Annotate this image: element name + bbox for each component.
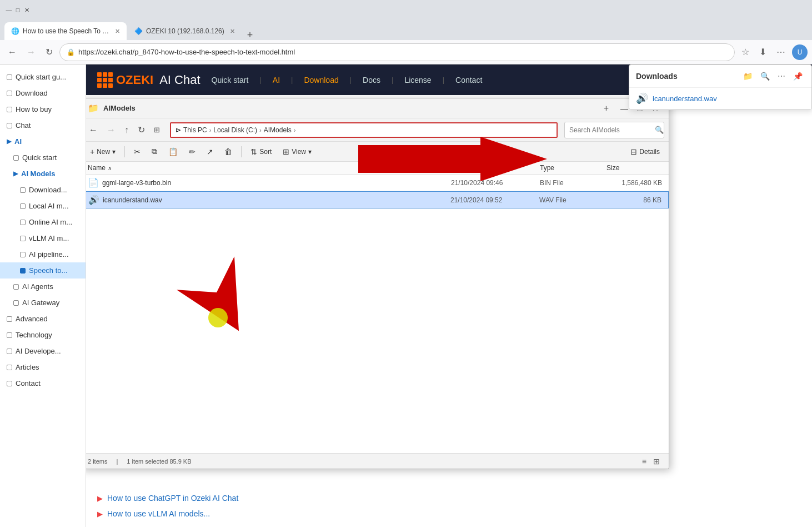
col-type[interactable]: Type <box>540 164 607 172</box>
fe-address-breadcrumb[interactable]: ⊳ This PC › Local Disk (C:) › AIModels › <box>170 122 558 138</box>
fe-up-btn[interactable]: ↑ <box>121 123 132 137</box>
tab-1-close[interactable]: ✕ <box>115 28 120 35</box>
sidebar-item-vllm-ai[interactable]: vLLM AI m... <box>0 230 86 246</box>
downloads-title: Downloads <box>636 72 741 81</box>
fe-title-text: AIModels <box>103 104 595 112</box>
bottom-link-2[interactable]: ▶ How to use vLLM AI models... <box>97 506 801 521</box>
fe-search-icon: 🔍 <box>655 126 664 134</box>
bookmark-button[interactable]: ☆ <box>738 44 753 59</box>
tab-2[interactable]: 🔷 OZEKI 10 (192.168.0.126) ✕ <box>128 22 242 40</box>
fe-folder-view-btn[interactable]: ⊞ <box>151 123 163 136</box>
col-name[interactable]: Name ∧ <box>88 164 451 172</box>
nav-license[interactable]: License <box>404 76 431 84</box>
fe-more-button[interactable]: ⋯ <box>463 146 479 158</box>
fe-refresh-btn[interactable]: ↻ <box>134 122 148 137</box>
bullet-icon <box>13 155 19 161</box>
fe-sort-button[interactable]: ⇅ Sort <box>246 145 276 158</box>
sidebar-item-download[interactable]: Download <box>0 85 86 101</box>
sidebar-item-ai-agents[interactable]: AI Agents <box>0 279 86 295</box>
logo-grid <box>97 72 113 88</box>
fe-list-view-btn[interactable]: ≡ <box>640 456 649 467</box>
fe-action-bar: + New ▾ ✂ ⧉ 📋 ✏ <box>86 142 669 162</box>
col-size[interactable]: Size <box>607 164 662 172</box>
sidebar-item-articles[interactable]: Articles <box>0 359 86 375</box>
nav-contact[interactable]: Contact <box>455 76 482 84</box>
more-button[interactable]: ⋯ <box>773 44 789 59</box>
sidebar-item-contact[interactable]: Contact <box>0 375 86 391</box>
fe-empty-space <box>86 208 669 453</box>
fe-forward-btn[interactable]: → <box>103 123 119 137</box>
sidebar-item-ai-developer[interactable]: AI Develope... <box>0 343 86 359</box>
window-maximize[interactable]: □ <box>13 6 22 14</box>
nav-ai[interactable]: AI <box>273 76 280 84</box>
window-minimize[interactable]: — <box>4 6 13 14</box>
window-close[interactable]: ✕ <box>22 6 31 14</box>
sidebar-label: Download <box>16 89 48 97</box>
refresh-button[interactable]: ↻ <box>42 44 56 59</box>
bullet-icon <box>20 220 26 225</box>
nav-docs[interactable]: Docs <box>363 76 380 84</box>
sidebar-item-chat[interactable]: Chat <box>0 117 86 133</box>
fe-details-button[interactable]: ⊟ Details <box>626 145 664 158</box>
forward-button[interactable]: → <box>23 45 39 59</box>
bottom-link-1[interactable]: ▶ How to use ChatGPT in Ozeki AI Chat <box>97 490 801 506</box>
fe-copy-button[interactable]: ⧉ <box>147 145 162 158</box>
fe-selected-info: 1 item selected 85.9 KB <box>127 458 191 465</box>
sidebar-item-ai-models[interactable]: ▶ AI Models <box>0 166 86 182</box>
sidebar-item-advanced[interactable]: Advanced <box>0 311 86 327</box>
sidebar-label: Download... <box>29 186 67 194</box>
fe-view-button[interactable]: ⊞ View ▾ <box>278 145 316 158</box>
fe-cut-button[interactable]: ✂ <box>129 145 145 158</box>
downloads-panel: Downloads 📁 🔍 ⋯ 📌 🔊 icanunderstand.wav <box>629 64 812 110</box>
browser-content: Quick start gu... Download How to buy Ch… <box>0 64 812 527</box>
nav-quick-start[interactable]: Quick start <box>212 76 249 84</box>
breadcrumb-local-disk: Local Disk (C:) <box>213 126 257 134</box>
downloads-more-btn[interactable]: ⋯ <box>775 71 788 82</box>
sidebar-item-ai[interactable]: ▶ AI <box>0 133 86 150</box>
fe-share-button[interactable]: ↗ <box>202 145 218 158</box>
sidebar-item-technology[interactable]: Technology <box>0 327 86 343</box>
downloads-pin-btn[interactable]: 📌 <box>791 71 805 82</box>
downloads-file-name[interactable]: icanunderstand.wav <box>653 95 717 103</box>
table-row[interactable]: 🔊 icanunderstand.wav 21/10/2024 09:52 WA… <box>86 191 669 208</box>
nav-download[interactable]: Download <box>304 76 338 84</box>
address-bar[interactable]: 🔒 https://ozeki.chat/p_8470-how-to-use-t… <box>59 43 735 61</box>
fe-back-btn[interactable]: ← <box>86 123 101 137</box>
downloads-file-icon: 🔊 <box>636 92 648 105</box>
file-size: 86 KB <box>606 196 661 204</box>
fe-rename-button[interactable]: ✏ <box>184 145 200 158</box>
sidebar-item-quick-start[interactable]: Quick start <box>0 150 86 166</box>
sidebar-item-ai-pipeline[interactable]: AI pipeline... <box>0 246 86 262</box>
fe-delete-button[interactable]: 🗑 <box>220 145 237 158</box>
downloads-item[interactable]: 🔊 icanunderstand.wav <box>629 88 811 110</box>
sidebar-item-ai-gateway[interactable]: AI Gateway <box>0 295 86 311</box>
sidebar-item-download-models[interactable]: Download... <box>0 182 86 198</box>
fe-search-box[interactable]: 🔍 <box>564 122 664 138</box>
fe-grid-view-btn[interactable]: ⊞ <box>651 456 662 467</box>
fe-new-button[interactable]: + New ▾ <box>86 145 120 158</box>
sidebar-item-quickstart-guide[interactable]: Quick start gu... <box>0 69 86 85</box>
table-row[interactable]: 📄 ggml-large-v3-turbo.bin 21/10/2024 09:… <box>86 175 669 191</box>
downloads-folder-btn[interactable]: 📁 <box>741 71 755 82</box>
fe-search-input[interactable] <box>569 126 653 134</box>
sidebar-label: Chat <box>16 121 31 130</box>
fe-new-tab-btn[interactable]: + <box>599 103 613 113</box>
tab-2-close[interactable]: ✕ <box>230 28 235 35</box>
sidebar-item-how-to-buy[interactable]: How to buy <box>0 101 86 117</box>
download-nav-button[interactable]: ⬇ <box>756 44 770 59</box>
downloads-search-btn[interactable]: 🔍 <box>758 71 772 82</box>
file-size: 1,586,480 KB <box>607 179 662 187</box>
new-tab-button[interactable]: + <box>244 30 257 40</box>
play-icon: ▶ <box>97 494 103 503</box>
sidebar-item-local-ai[interactable]: Local AI m... <box>0 198 86 214</box>
col-date[interactable]: Date modified <box>451 164 540 172</box>
tab-1[interactable]: 🌐 How to use the Speech To Text m... ✕ <box>4 22 127 40</box>
view-icon: ⊞ <box>283 147 289 156</box>
sidebar-label: vLLM AI m... <box>29 234 69 242</box>
user-avatar[interactable]: U <box>792 44 808 60</box>
title-bar: — □ ✕ <box>0 0 812 20</box>
sidebar-item-speech-to-text[interactable]: Speech to... <box>0 262 86 279</box>
fe-paste-button[interactable]: 📋 <box>164 145 182 158</box>
back-button[interactable]: ← <box>4 45 20 59</box>
sidebar-item-online-ai[interactable]: Online AI m... <box>0 214 86 230</box>
